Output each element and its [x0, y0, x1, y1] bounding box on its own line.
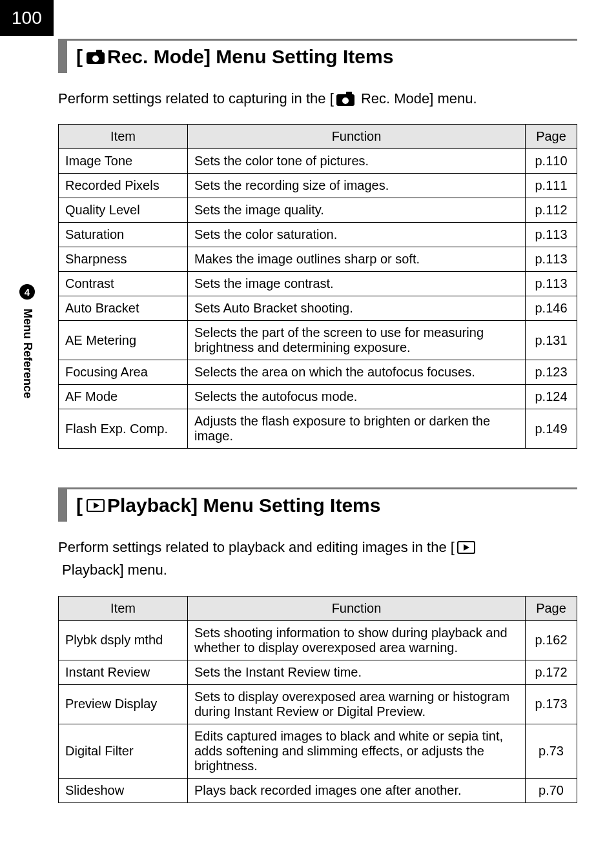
side-tab-number: 4 [19, 284, 35, 300]
function-cell: Sets the recording size of images. [188, 174, 526, 198]
function-cell: Sets to display overexposed area warning… [188, 684, 526, 724]
intro-text-before: Perform settings related to capturing in… [58, 87, 334, 110]
function-cell: Sets the image contrast. [188, 272, 526, 296]
item-cell: Recorded Pixels [59, 174, 188, 198]
page-cell: p.131 [526, 321, 577, 360]
table-row: SaturationSets the color saturation.p.11… [59, 223, 577, 247]
item-cell: Slideshow [59, 778, 188, 802]
table-row: SlideshowPlays back recorded images one … [59, 778, 577, 802]
table-header-item: Item [59, 596, 188, 620]
playback-title-text: Playback] Menu Setting Items [107, 495, 380, 516]
function-cell: Sets the Instant Review time. [188, 660, 526, 684]
table-row: Digital FilterEdits captured images to b… [59, 724, 577, 778]
item-cell: Focusing Area [59, 360, 188, 385]
intro-bracket: [ [451, 536, 455, 558]
playback-intro: Perform settings related to playback and… [58, 536, 577, 581]
function-cell: Sets the image quality. [188, 198, 526, 223]
item-cell: Quality Level [59, 198, 188, 223]
table-row: SharpnessMakes the image outlines sharp … [59, 247, 577, 272]
item-cell: Plybk dsply mthd [59, 620, 188, 660]
page-cell: p.113 [526, 247, 577, 272]
item-cell: Instant Review [59, 660, 188, 684]
function-cell: Edits captured images to black and white… [188, 724, 526, 778]
page-cell: p.162 [526, 620, 577, 660]
playback-icon [87, 499, 105, 512]
table-row: AE MeteringSelects the part of the scree… [59, 321, 577, 360]
table-row: Instant ReviewSets the Instant Review ti… [59, 660, 577, 684]
page-cell: p.173 [526, 684, 577, 724]
page-cell: p.172 [526, 660, 577, 684]
table-row: Focusing AreaSelects the area on which t… [59, 360, 577, 385]
table-row: AF ModeSelects the autofocus mode.p.124 [59, 385, 577, 409]
function-cell: Sets shooting information to show during… [188, 620, 526, 660]
table-row: Auto BracketSets Auto Bracket shooting.p… [59, 296, 577, 321]
table-row: Flash Exp. Comp.Adjusts the flash exposu… [59, 409, 577, 449]
table-row: Plybk dsply mthdSets shooting informatio… [59, 620, 577, 660]
item-cell: AF Mode [59, 385, 188, 409]
side-tab-label: Menu Reference [21, 309, 34, 398]
rec-mode-table: Item Function Page Image ToneSets the co… [58, 124, 577, 449]
item-cell: Digital Filter [59, 724, 188, 778]
page-cell: p.123 [526, 360, 577, 385]
table-row: Preview DisplaySets to display overexpos… [59, 684, 577, 724]
page-cell: p.112 [526, 198, 577, 223]
page-cell: p.73 [526, 724, 577, 778]
page-cell: p.110 [526, 149, 577, 174]
intro-text-after: Playback] menu. [58, 558, 167, 581]
item-cell: Auto Bracket [59, 296, 188, 321]
playback-icon [457, 541, 475, 554]
title-bracket: [ [76, 46, 83, 68]
page-cell: p.113 [526, 272, 577, 296]
table-row: ContrastSets the image contrast.p.113 [59, 272, 577, 296]
playback-section-header: [ Playback] Menu Setting Items [58, 487, 577, 522]
playback-table: Item Function Page Plybk dsply mthdSets … [58, 596, 577, 803]
function-cell: Sets Auto Bracket shooting. [188, 296, 526, 321]
table-header-function: Function [188, 125, 526, 149]
function-cell: Selects the part of the screen to use fo… [188, 321, 526, 360]
intro-text-after: Rec. Mode] menu. [357, 87, 477, 110]
function-cell: Makes the image outlines sharp or soft. [188, 247, 526, 272]
intro-text-before: Perform settings related to playback and… [58, 536, 451, 558]
title-bracket: [ [76, 495, 83, 516]
item-cell: Saturation [59, 223, 188, 247]
function-cell: Adjusts the flash exposure to brighten o… [188, 409, 526, 449]
table-header-function: Function [188, 596, 526, 620]
side-tab: 4 Menu Reference [19, 284, 35, 398]
camera-icon [336, 92, 354, 106]
item-cell: Contrast [59, 272, 188, 296]
table-row: Recorded PixelsSets the recording size o… [59, 174, 577, 198]
page-cell: p.124 [526, 385, 577, 409]
page-cell: p.111 [526, 174, 577, 198]
page-number: 100 [0, 0, 54, 36]
item-cell: Sharpness [59, 247, 188, 272]
page-cell: p.146 [526, 296, 577, 321]
table-row: Image ToneSets the color tone of picture… [59, 149, 577, 174]
camera-icon [87, 50, 105, 64]
page-cell: p.70 [526, 778, 577, 802]
rec-mode-section-header: [ Rec. Mode] Menu Setting Items [58, 39, 577, 73]
function-cell: Sets the color tone of pictures. [188, 149, 526, 174]
function-cell: Selects the autofocus mode. [188, 385, 526, 409]
page-cell: p.113 [526, 223, 577, 247]
item-cell: Preview Display [59, 684, 188, 724]
rec-mode-title-text: Rec. Mode] Menu Setting Items [107, 46, 393, 68]
rec-mode-intro: Perform settings related to capturing in… [58, 87, 577, 110]
table-header-page: Page [526, 596, 577, 620]
function-cell: Plays back recorded images one after ano… [188, 778, 526, 802]
function-cell: Selects the area on which the autofocus … [188, 360, 526, 385]
table-header-page: Page [526, 125, 577, 149]
table-row: Quality LevelSets the image quality.p.11… [59, 198, 577, 223]
page-cell: p.149 [526, 409, 577, 449]
table-header-item: Item [59, 125, 188, 149]
item-cell: Flash Exp. Comp. [59, 409, 188, 449]
function-cell: Sets the color saturation. [188, 223, 526, 247]
item-cell: Image Tone [59, 149, 188, 174]
item-cell: AE Metering [59, 321, 188, 360]
